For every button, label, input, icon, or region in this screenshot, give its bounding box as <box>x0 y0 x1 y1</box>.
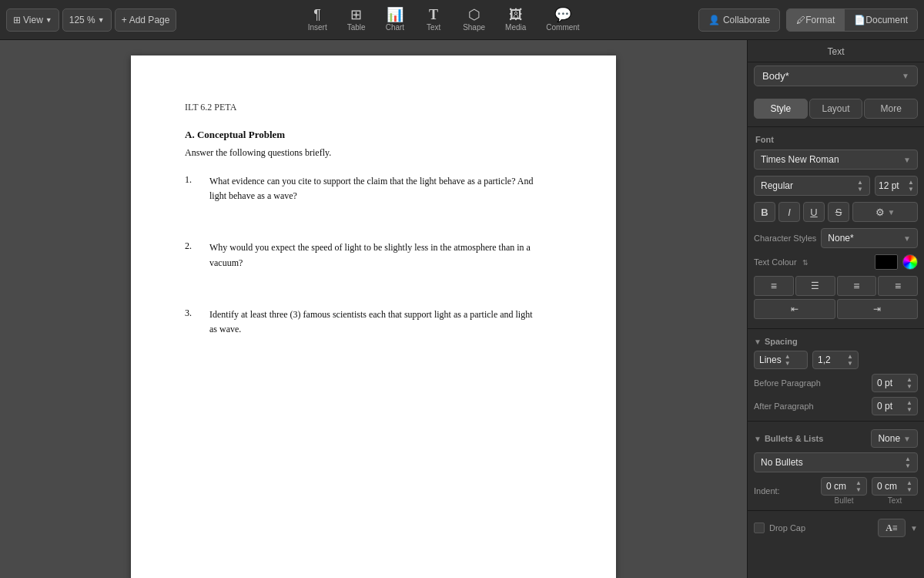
align-left-button[interactable]: ≡ <box>754 276 794 296</box>
text-indent-group: 0 cm ▲ ▼ Text <box>872 477 918 505</box>
toolbar-center-tools: ¶ Insert ⊞ Table 📊 Chart T Text ⬡ Shape … <box>189 5 698 35</box>
format-button[interactable]: 🖊 Format <box>787 9 845 31</box>
font-size-up-icon[interactable]: ▲ <box>908 180 914 186</box>
drop-cap-checkbox[interactable] <box>754 523 765 533</box>
bullet-indent-field[interactable]: 0 cm ▲ ▼ <box>821 477 867 496</box>
lines-value-down-icon[interactable]: ▼ <box>847 361 853 367</box>
table-tool[interactable]: ⊞ Table <box>338 5 375 35</box>
text-indent-field[interactable]: 0 cm ▲ ▼ <box>872 477 918 496</box>
text-tool[interactable]: T Text <box>415 5 452 35</box>
view-icon: ⊞ <box>13 15 21 25</box>
character-styles-dropdown[interactable]: None* ▼ <box>821 228 918 248</box>
font-weight-up-icon[interactable]: ▲ <box>857 180 863 186</box>
underline-button[interactable]: U <box>803 202 825 222</box>
zoom-button[interactable]: 125 % ▼ <box>62 8 112 32</box>
bullet-indent-down-icon[interactable]: ▼ <box>855 487 862 493</box>
bullets-none-label: None <box>878 433 900 444</box>
strikethrough-button[interactable]: S <box>828 202 849 222</box>
text-colour-stepper-icon[interactable]: ⇅ <box>802 259 808 267</box>
colour-wheel-button[interactable] <box>902 254 918 270</box>
collaborate-label: Collaborate <box>723 15 770 25</box>
document-area[interactable]: ILT 6.2 PETA A. Conceptual Problem Answe… <box>0 40 747 578</box>
font-size-stepper[interactable]: ▲ ▼ <box>908 180 914 193</box>
chart-icon: 📊 <box>387 8 403 22</box>
font-weight-stepper[interactable]: ▲ ▼ <box>857 180 863 193</box>
before-paragraph-value[interactable]: 0 pt ▲ ▼ <box>872 374 918 392</box>
no-bullets-up-icon[interactable]: ▲ <box>905 456 911 462</box>
bullet-indent-stepper[interactable]: ▲ ▼ <box>855 480 862 493</box>
lines-stepper[interactable]: ▲ ▼ <box>785 354 791 367</box>
lines-value-stepper[interactable]: ▲ ▼ <box>847 354 853 367</box>
panel-title: Text <box>748 40 924 62</box>
media-tool[interactable]: 🖼 Media <box>496 5 535 35</box>
align-right-button[interactable]: ≡ <box>837 276 877 296</box>
text-indent-stepper[interactable]: ▲ ▼ <box>906 480 912 493</box>
lines-down-icon[interactable]: ▼ <box>785 361 791 367</box>
document-button[interactable]: 📄 Document <box>845 9 917 31</box>
before-up-icon[interactable]: ▲ <box>906 377 912 383</box>
after-paragraph-value[interactable]: 0 pt ▲ ▼ <box>872 397 918 415</box>
tab-more[interactable]: More <box>864 99 918 119</box>
bullet-indent-up-icon[interactable]: ▲ <box>855 480 862 486</box>
character-styles-row: Character Styles None* ▼ <box>748 225 924 251</box>
font-size-down-icon[interactable]: ▼ <box>908 187 914 193</box>
before-stepper[interactable]: ▲ ▼ <box>906 377 912 390</box>
align-center-button[interactable]: ☰ <box>795 276 835 296</box>
increase-indent-button[interactable]: ⇥ <box>837 299 919 319</box>
no-bullets-stepper[interactable]: ▲ ▼ <box>905 456 911 469</box>
media-label: Media <box>505 23 526 32</box>
collaborate-button[interactable]: 👤 Collaborate <box>698 8 780 32</box>
tab-style[interactable]: Style <box>754 99 808 119</box>
text-indent-up-icon[interactable]: ▲ <box>906 480 912 486</box>
lines-value-field[interactable]: 1,2 ▲ ▼ <box>812 351 859 369</box>
font-size-field[interactable]: 12 pt ▲ ▼ <box>875 176 918 196</box>
text-colour-swatch[interactable] <box>875 254 898 270</box>
bullets-none-dropdown[interactable]: None ▼ <box>871 429 918 448</box>
no-bullets-dropdown[interactable]: No Bullets ▲ ▼ <box>754 452 918 472</box>
after-stepper[interactable]: ▲ ▼ <box>906 400 912 413</box>
decrease-indent-button[interactable]: ⇤ <box>754 299 835 319</box>
font-family-dropdown[interactable]: Times New Roman ▼ <box>754 150 918 170</box>
main-area: ILT 6.2 PETA A. Conceptual Problem Answe… <box>0 40 924 578</box>
body-style-chevron-icon: ▼ <box>902 72 909 80</box>
body-style-dropdown[interactable]: Body* ▼ <box>754 66 918 86</box>
tab-layout[interactable]: Layout <box>809 99 863 119</box>
add-page-button[interactable]: + Add Page <box>115 8 177 32</box>
spacing-header[interactable]: ▼ Spacing <box>748 332 924 348</box>
text-icon: T <box>429 8 438 22</box>
more-text-styles-button[interactable]: ⚙ ▼ <box>852 202 918 222</box>
font-family-value: Times New Roman <box>761 154 839 165</box>
shape-icon: ⬡ <box>468 8 480 22</box>
font-weight-dropdown[interactable]: Regular ▲ ▼ <box>754 176 870 196</box>
bullet-indent-value: 0 cm <box>826 481 846 492</box>
q2-text: Why would you expect the speed of light … <box>209 240 531 270</box>
after-down-icon[interactable]: ▼ <box>906 407 912 413</box>
insert-tool[interactable]: ¶ Insert <box>299 5 336 35</box>
chart-tool[interactable]: 📊 Chart <box>377 5 413 35</box>
font-size-value: 12 pt <box>879 180 899 191</box>
after-up-icon[interactable]: ▲ <box>906 400 912 406</box>
bold-button[interactable]: B <box>754 202 775 222</box>
font-weight-down-icon[interactable]: ▼ <box>857 187 863 193</box>
italic-button[interactable]: I <box>778 202 800 222</box>
lines-spacing-row: Lines ▲ ▼ 1,2 ▲ ▼ <box>748 348 924 371</box>
before-paragraph-row: Before Paragraph 0 pt ▲ ▼ <box>748 371 924 395</box>
bullets-header[interactable]: ▼ Bullets & Lists None ▼ <box>748 425 924 450</box>
body-style-label: Body* <box>762 70 789 82</box>
before-down-icon[interactable]: ▼ <box>906 384 912 390</box>
indent-label: Indent: <box>754 486 780 496</box>
no-bullets-down-icon[interactable]: ▼ <box>905 463 911 469</box>
shape-tool[interactable]: ⬡ Shape <box>454 5 494 35</box>
q1-text: What evidence can you cite to support th… <box>209 174 534 203</box>
text-indent-value: 0 cm <box>877 481 897 492</box>
lines-value-up-icon[interactable]: ▲ <box>847 354 853 360</box>
comment-tool[interactable]: 💬 Comment <box>537 5 588 35</box>
align-justify-button[interactable]: ≡ <box>878 276 918 296</box>
indent-row: ⇤ ⇥ <box>754 299 918 319</box>
drop-cap-style-button[interactable]: A≡ <box>878 519 906 537</box>
lines-dropdown[interactable]: Lines ▲ ▼ <box>754 351 808 369</box>
view-button[interactable]: ⊞ View ▼ <box>6 8 59 32</box>
lines-up-icon[interactable]: ▲ <box>785 354 791 360</box>
toolbar-left-controls: ⊞ View ▼ 125 % ▼ + Add Page <box>6 8 176 32</box>
text-indent-down-icon[interactable]: ▼ <box>906 487 912 493</box>
